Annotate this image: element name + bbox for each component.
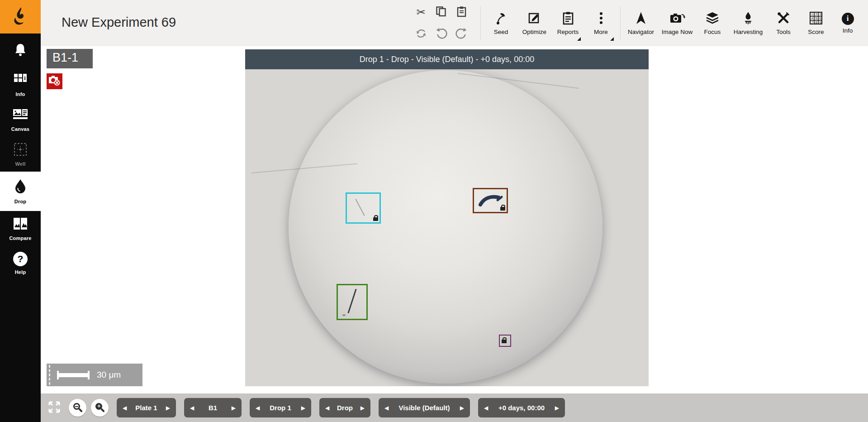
- navigator-label: Navigator: [628, 29, 654, 35]
- scale-ruler-icon: [57, 373, 90, 377]
- prev-plate-arrow[interactable]: ◀: [123, 405, 127, 411]
- scale-value: 30 μm: [97, 370, 121, 380]
- canvas-icon: [13, 108, 28, 123]
- plate-navigator: ◀ Plate 1 ▶: [117, 398, 176, 417]
- fit-screen-icon: [47, 399, 62, 416]
- lock-icon: [373, 217, 378, 221]
- info-grid-icon: i: [13, 72, 28, 88]
- well-nav-label: B1: [205, 404, 221, 412]
- zoom-in-icon: +: [95, 403, 102, 410]
- no-image-indicator[interactable]: [47, 73, 62, 89]
- tools-icon: [777, 11, 790, 26]
- redo-button[interactable]: [451, 23, 472, 45]
- zoom-in-button[interactable]: +: [91, 399, 109, 417]
- prev-region-arrow[interactable]: ◀: [325, 405, 329, 411]
- crystal-region-box-4[interactable]: [499, 335, 511, 347]
- paste-icon: [456, 6, 467, 19]
- optimize-button[interactable]: Optimize: [517, 0, 551, 46]
- info-label: Info: [843, 27, 853, 34]
- app-logo[interactable]: [0, 0, 41, 34]
- next-region-arrow[interactable]: ▶: [360, 405, 365, 411]
- next-plate-arrow[interactable]: ▶: [166, 405, 170, 411]
- image-now-button[interactable]: Image Now: [659, 0, 696, 46]
- optimize-label: Optimize: [522, 29, 546, 35]
- score-icon: 123 456 789: [809, 11, 823, 26]
- svg-text:4: 4: [811, 17, 813, 20]
- harvesting-button[interactable]: Harvesting: [729, 0, 767, 46]
- scale-bar[interactable]: 30 μm: [47, 364, 142, 386]
- sync-button[interactable]: [411, 23, 431, 45]
- more-button[interactable]: More: [584, 0, 617, 46]
- prev-timepoint-arrow[interactable]: ◀: [484, 405, 488, 411]
- camera-disabled-icon: [48, 75, 61, 88]
- focus-icon: [706, 11, 719, 26]
- drop-image-viewer[interactable]: Drop 1 - Drop - Visible (Default) - +0 d…: [245, 49, 649, 386]
- seed-label: Seed: [494, 29, 508, 35]
- prev-drop-arrow[interactable]: ◀: [256, 405, 260, 411]
- plate-label: Plate 1: [132, 404, 161, 412]
- crystal-region-box-2[interactable]: [473, 188, 508, 213]
- focus-button[interactable]: Focus: [696, 0, 729, 46]
- next-profile-arrow[interactable]: ▶: [460, 405, 464, 411]
- cut-button[interactable]: ✂: [411, 1, 431, 23]
- navigator-icon: [635, 11, 647, 26]
- info-circle-icon: i: [842, 13, 854, 25]
- sidebar-item-compare[interactable]: Compare: [0, 211, 41, 246]
- sidebar-item-label: Well: [15, 161, 25, 167]
- tools-button[interactable]: Tools: [767, 0, 800, 46]
- next-drop-arrow[interactable]: ▶: [301, 405, 305, 411]
- svg-text:2: 2: [816, 13, 817, 16]
- crystal-region-box-3[interactable]: [337, 284, 368, 320]
- sidebar-item-canvas[interactable]: Canvas: [0, 102, 41, 137]
- drop-icon: [14, 178, 27, 196]
- scale-drag-handle[interactable]: [49, 365, 50, 385]
- paste-button[interactable]: [451, 1, 472, 23]
- reports-label: Reports: [557, 29, 579, 35]
- bottom-navigation-bar: + ◀ Plate 1 ▶ ◀ B1 ▶ ◀ Drop 1 ▶ ◀ Drop ▶…: [41, 393, 868, 422]
- sidebar-item-label: Help: [15, 269, 26, 275]
- score-button[interactable]: 123 456 789 Score: [800, 0, 832, 46]
- timepoint-navigator: ◀ +0 days, 00:00 ▶: [478, 398, 565, 417]
- next-well-arrow[interactable]: ▶: [232, 405, 236, 411]
- svg-text:7: 7: [811, 21, 813, 24]
- info-button[interactable]: i Info: [832, 0, 863, 46]
- next-timepoint-arrow[interactable]: ▶: [555, 405, 559, 411]
- help-icon: ?: [13, 252, 28, 266]
- undo-button[interactable]: [431, 23, 451, 45]
- navigator-button[interactable]: Navigator: [623, 0, 659, 46]
- zoom-out-button[interactable]: [69, 399, 86, 417]
- svg-text:1: 1: [811, 13, 813, 16]
- more-icon: [599, 11, 603, 26]
- svg-text:i: i: [24, 75, 26, 82]
- svg-text:3: 3: [820, 13, 821, 16]
- reports-button[interactable]: Reports: [551, 0, 584, 46]
- svg-text:8: 8: [816, 21, 817, 24]
- drop-workspace: B1-1 Drop 1 - Drop - Visible (Default) -…: [41, 46, 868, 393]
- sidebar-item-label: Drop: [14, 199, 26, 204]
- tools-label: Tools: [776, 29, 791, 35]
- sidebar-item-label: Canvas: [11, 126, 29, 132]
- fit-to-screen-button[interactable]: [44, 398, 64, 418]
- reports-icon: [562, 11, 574, 26]
- seed-button[interactable]: Seed: [484, 0, 517, 46]
- sidebar-item-notifications[interactable]: [0, 34, 41, 66]
- drop-image[interactable]: [289, 70, 602, 384]
- timepoint-nav-label: +0 days, 00:00: [495, 404, 548, 412]
- main-column: New Experiment 69 ✂: [41, 0, 868, 422]
- cut-icon: ✂: [416, 6, 425, 19]
- sidebar-item-drop[interactable]: Drop: [0, 172, 41, 211]
- crystal-needle: [355, 199, 365, 216]
- copy-button[interactable]: [431, 1, 451, 23]
- svg-text:9: 9: [820, 21, 821, 24]
- prev-well-arrow[interactable]: ◀: [190, 405, 194, 411]
- sidebar-item-info[interactable]: i Info: [0, 66, 41, 102]
- focus-label: Focus: [704, 29, 721, 35]
- prev-profile-arrow[interactable]: ◀: [384, 405, 389, 411]
- seed-icon: [494, 11, 508, 26]
- sidebar-item-well[interactable]: Well: [0, 137, 41, 172]
- svg-text:5: 5: [816, 17, 817, 20]
- crystal-region-box-1[interactable]: [346, 192, 381, 224]
- sidebar-item-help[interactable]: ? Help: [0, 246, 41, 280]
- harvesting-label: Harvesting: [734, 29, 763, 35]
- optimize-icon: [528, 11, 541, 26]
